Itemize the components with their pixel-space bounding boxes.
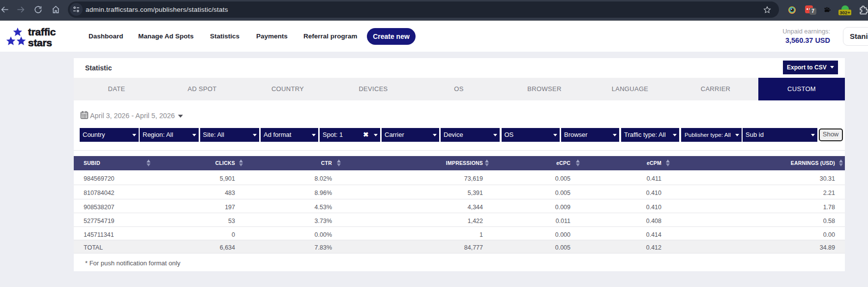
- svg-text:302+: 302+: [839, 10, 850, 15]
